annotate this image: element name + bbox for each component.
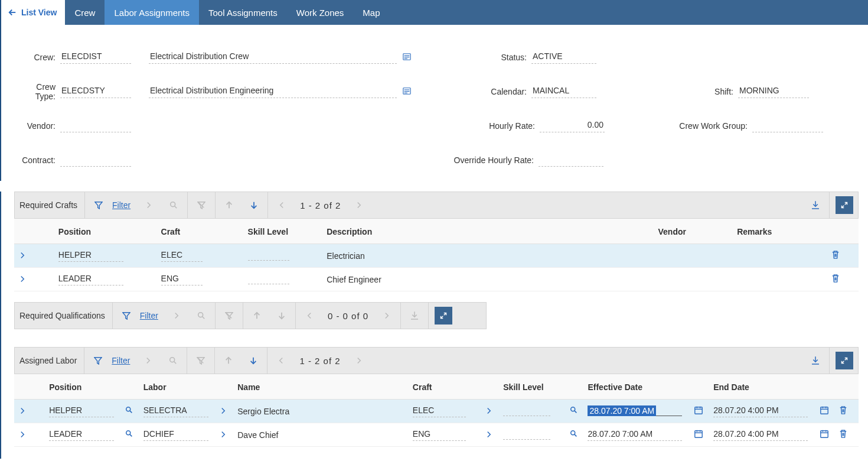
search-icon[interactable] bbox=[189, 303, 214, 329]
tab-labor-assignments[interactable]: Labor Assignments bbox=[105, 0, 199, 25]
status-field[interactable]: ACTIVE bbox=[531, 51, 596, 64]
page-prev-icon[interactable] bbox=[297, 303, 322, 329]
page-next-icon[interactable] bbox=[347, 348, 371, 374]
expand-icon[interactable] bbox=[19, 430, 26, 440]
lookup-icon[interactable] bbox=[570, 430, 578, 440]
col-header[interactable]: Effective Date bbox=[583, 374, 689, 400]
vendor-field[interactable] bbox=[60, 119, 131, 132]
crew-desc-field[interactable]: Electrical Distribution Crew bbox=[149, 51, 397, 64]
crew-type-desc-field[interactable]: Electrical Distribution Engineering bbox=[149, 85, 397, 98]
lookup-icon[interactable] bbox=[570, 407, 578, 416]
col-header[interactable]: Position bbox=[44, 374, 120, 400]
override-hourly-rate-field[interactable] bbox=[539, 154, 603, 167]
shift-field[interactable]: MORNING bbox=[738, 85, 809, 98]
arrow-down-icon[interactable] bbox=[242, 192, 266, 218]
table-row[interactable]: HELPERSELECTRASergio ElectraELEC28.07.20… bbox=[14, 400, 859, 423]
chevron-right-icon[interactable] bbox=[136, 192, 161, 218]
calendar-icon[interactable] bbox=[820, 407, 829, 417]
trash-icon[interactable] bbox=[831, 252, 840, 261]
maximize-icon[interactable] bbox=[836, 352, 853, 369]
arrow-up-icon[interactable] bbox=[244, 303, 269, 329]
maximize-icon[interactable] bbox=[435, 307, 452, 325]
position-cell[interactable]: HELPER bbox=[49, 405, 114, 417]
search-icon[interactable] bbox=[161, 348, 185, 374]
arrow-up-icon[interactable] bbox=[217, 192, 242, 218]
effective-date-cell[interactable]: 28.07.20 7:00 AM bbox=[588, 429, 682, 441]
col-header[interactable]: Name bbox=[233, 374, 408, 400]
table-row[interactable]: HELPERELECElectrician bbox=[14, 244, 859, 268]
detail-icon[interactable] bbox=[400, 53, 413, 63]
page-prev-icon[interactable] bbox=[269, 192, 294, 218]
clear-filter-icon[interactable] bbox=[188, 348, 213, 374]
detail-icon[interactable] bbox=[400, 87, 413, 97]
skill-cell[interactable] bbox=[248, 272, 289, 284]
arrow-down-icon[interactable] bbox=[269, 303, 294, 329]
end-date-cell[interactable]: 28.07.20 4:00 PM bbox=[713, 429, 808, 441]
effective-date-cell[interactable]: 28.07.20 7:00 AM bbox=[588, 406, 682, 416]
col-header[interactable]: Description bbox=[322, 219, 653, 244]
arrow-up-icon[interactable] bbox=[216, 348, 241, 374]
chevron-right-icon[interactable] bbox=[485, 430, 492, 440]
page-next-icon[interactable] bbox=[374, 303, 399, 329]
col-header[interactable]: Craft bbox=[408, 374, 481, 400]
tab-map[interactable]: Map bbox=[353, 0, 389, 25]
skill-cell[interactable] bbox=[503, 428, 550, 440]
contract-field[interactable] bbox=[60, 154, 131, 167]
clear-filter-icon[interactable] bbox=[189, 192, 214, 218]
chevron-right-icon[interactable] bbox=[136, 348, 161, 374]
search-icon[interactable] bbox=[161, 192, 186, 218]
page-prev-icon[interactable] bbox=[269, 348, 293, 374]
col-header[interactable]: Skill Level bbox=[243, 219, 322, 244]
clear-filter-icon[interactable] bbox=[217, 303, 242, 329]
labor-cell[interactable]: SELECTRA bbox=[143, 405, 208, 417]
page-next-icon[interactable] bbox=[347, 192, 371, 218]
table-row[interactable]: LEADERDCHIEFDave ChiefENG28.07.20 7:00 A… bbox=[14, 423, 859, 447]
col-header[interactable]: Skill Level bbox=[498, 374, 565, 400]
calendar-icon[interactable] bbox=[694, 431, 703, 440]
download-icon[interactable] bbox=[803, 348, 828, 374]
position-cell[interactable]: LEADER bbox=[49, 429, 114, 441]
calendar-field[interactable]: MAINCAL bbox=[531, 85, 596, 98]
chevron-right-icon[interactable] bbox=[220, 430, 227, 440]
col-header[interactable]: Labor bbox=[139, 374, 215, 400]
chevron-right-icon[interactable] bbox=[485, 407, 492, 416]
trash-icon[interactable] bbox=[831, 275, 840, 285]
lookup-icon[interactable] bbox=[125, 407, 133, 416]
crew-work-group-field[interactable] bbox=[752, 119, 823, 132]
col-header[interactable]: Craft bbox=[156, 219, 243, 244]
filter-link[interactable]: Filter bbox=[110, 356, 136, 365]
chevron-right-icon[interactable] bbox=[164, 303, 189, 329]
list-view-button[interactable]: List View bbox=[1, 0, 65, 25]
trash-icon[interactable] bbox=[839, 407, 847, 417]
end-date-cell[interactable]: 28.07.20 4:00 PM bbox=[713, 405, 808, 417]
col-header[interactable]: End Date bbox=[709, 374, 815, 400]
skill-cell[interactable] bbox=[503, 404, 550, 416]
table-row[interactable]: LEADERENGChief Engineer bbox=[14, 268, 859, 291]
craft-cell[interactable]: ENG bbox=[413, 429, 466, 441]
position-cell[interactable]: HELPER bbox=[58, 250, 123, 262]
craft-cell[interactable]: ENG bbox=[161, 274, 203, 285]
expand-icon[interactable] bbox=[19, 275, 26, 284]
filter-icon[interactable] bbox=[86, 192, 111, 218]
expand-icon[interactable] bbox=[19, 251, 26, 261]
col-header[interactable]: Remarks bbox=[732, 219, 827, 244]
tab-crew[interactable]: Crew bbox=[65, 0, 105, 25]
position-cell[interactable]: LEADER bbox=[58, 274, 123, 285]
lookup-icon[interactable] bbox=[125, 430, 133, 440]
tab-work-zones[interactable]: Work Zones bbox=[287, 0, 354, 25]
filter-link[interactable]: Filter bbox=[111, 200, 136, 210]
col-header[interactable]: Vendor bbox=[653, 219, 732, 244]
trash-icon[interactable] bbox=[839, 431, 847, 440]
calendar-icon[interactable] bbox=[820, 431, 829, 440]
hourly-rate-field[interactable]: 0.00 bbox=[540, 119, 605, 132]
col-header[interactable]: Position bbox=[54, 219, 156, 244]
arrow-down-icon[interactable] bbox=[241, 348, 266, 374]
crew-field[interactable]: ELECDIST bbox=[60, 51, 131, 64]
expand-icon[interactable] bbox=[19, 407, 26, 416]
skill-cell[interactable] bbox=[248, 249, 289, 261]
filter-link[interactable]: Filter bbox=[139, 311, 164, 320]
maximize-icon[interactable] bbox=[836, 196, 853, 214]
filter-icon[interactable] bbox=[86, 348, 110, 374]
filter-icon[interactable] bbox=[114, 303, 139, 329]
tab-tool-assignments[interactable]: Tool Assignments bbox=[199, 0, 287, 25]
